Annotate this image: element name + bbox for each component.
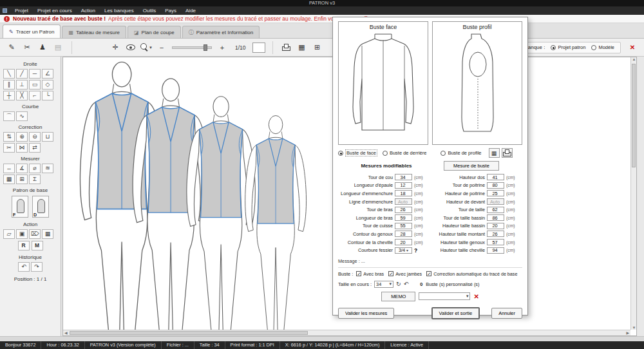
curve-length-tool-icon[interactable]: ≋ (42, 164, 53, 173)
vertical-scrollbar[interactable]: ▲ ▼ (630, 57, 636, 330)
corner-tool-icon[interactable]: ⌐ (29, 91, 41, 100)
sum-tool-icon[interactable]: Σ (29, 174, 41, 184)
m-mode-button[interactable]: M (32, 241, 43, 250)
undo-icon[interactable]: ↶ (18, 262, 30, 272)
menu-aide[interactable]: Aide (181, 6, 200, 15)
diamond-tool-icon[interactable]: ◇ (42, 80, 53, 90)
axis-tool-icon[interactable]: ┼ (3, 91, 15, 100)
line-tool-icon[interactable]: ╲ (3, 69, 15, 79)
annuler-button[interactable]: Annuler (491, 308, 522, 319)
ligne-emmenchure-input[interactable]: Auto (395, 198, 412, 205)
courbure-fessier-input[interactable]: 3/4▾ (395, 247, 412, 254)
longueur-emmenchure-input[interactable]: 18 (395, 190, 412, 196)
menu-les-banques[interactable]: Les banques (100, 6, 138, 15)
zoom-icon[interactable]: ▾ (140, 41, 153, 54)
valider-et-sortie-button[interactable]: Valider et sortie (431, 307, 480, 319)
close-panel-icon[interactable]: ✕ (626, 41, 639, 54)
grid-icon[interactable]: ▦ (296, 41, 308, 54)
tour-taille-input[interactable]: 62 (487, 207, 504, 213)
curve-tool-icon[interactable]: ⌒ (3, 111, 15, 121)
merge-tool-icon[interactable]: ⋈ (16, 143, 28, 153)
cut-segment-tool-icon[interactable]: ✂ (3, 143, 15, 153)
pattern-table-icon[interactable]: ⊞ (311, 41, 324, 54)
page-preview-icon[interactable] (252, 42, 265, 53)
line-horizontal-tool-icon[interactable]: ─ (29, 69, 41, 79)
radio-modele[interactable]: Modèle (591, 44, 614, 50)
longueur-epaule-input[interactable]: 12 (395, 182, 412, 189)
perpendicular-tool-icon[interactable]: ⊥ (16, 80, 28, 90)
menu-projet-en-cours[interactable]: Projet en cours (33, 6, 77, 15)
zoom-dropdown-icon[interactable]: ▾ (149, 45, 152, 50)
hauteur-poitrine-input[interactable]: 25 (487, 190, 504, 196)
tab-tableau-de-mesure[interactable]: ▦ Tableau de mesure (62, 26, 126, 38)
swap-tool-icon[interactable]: ⇄ (29, 143, 41, 153)
mannequin-tool-icon[interactable]: ♟ (36, 41, 49, 54)
draw-tool-icon[interactable]: ✎ (5, 41, 18, 54)
hauteur-devant-input[interactable]: Auto (487, 198, 504, 205)
correction-automatique-checkbox[interactable]: ✓ Correction automatique du tracé de bas… (426, 271, 517, 277)
redo-icon[interactable]: ↷ (31, 262, 43, 272)
pan-icon[interactable]: ✛ (109, 41, 122, 54)
open-folder-icon[interactable]: ▤ (52, 41, 64, 54)
zoom-in-button[interactable]: + (216, 41, 229, 54)
valider-les-mesures-button[interactable]: Valider les mesures (338, 308, 394, 319)
avec-jambes-checkbox[interactable]: ✓ Avec jambes (388, 271, 422, 277)
rectangle-tool-icon[interactable]: ▭ (29, 80, 41, 90)
scroll-up-icon[interactable]: ▲ (631, 57, 637, 61)
horizontal-scroll-thumb[interactable] (70, 331, 308, 335)
distance-tool-icon[interactable]: ↔ (3, 164, 15, 173)
tour-taille-bassin-input[interactable]: 86 (487, 214, 504, 221)
contour-cheville-input[interactable]: 20 (395, 239, 412, 245)
memo-delete-icon[interactable]: ✕ (473, 293, 478, 300)
zoom-slider-thumb[interactable] (204, 44, 207, 51)
erase-tool-icon[interactable]: ⌦ (29, 229, 41, 239)
trim-tool-icon[interactable]: └ (42, 91, 53, 100)
avec-bras-checkbox[interactable]: ✓ Avec bras (356, 271, 384, 277)
refresh-icon[interactable]: ↻ (396, 281, 401, 287)
tab-plan-de-coupe[interactable]: ◪ Plan de coupe (128, 26, 181, 38)
menu-projet[interactable]: Projet (10, 6, 33, 15)
longueur-de-bras-input[interactable]: 59 (395, 214, 412, 221)
tour-poitrine-input[interactable]: 80 (487, 182, 504, 189)
table-measure-tool-icon[interactable]: ⊞ (16, 174, 28, 184)
line-free-tool-icon[interactable]: ╱ (16, 69, 28, 79)
parallel-tool-icon[interactable]: ∥ (3, 80, 15, 90)
memo-select[interactable]: ▾ (419, 292, 470, 300)
layers-tool-icon[interactable]: ▦ (42, 229, 53, 239)
taille-select[interactable]: 34 ▾ (374, 281, 393, 288)
vertical-scroll-thumb[interactable] (632, 64, 636, 167)
join-tool-icon[interactable]: ⊔ (42, 132, 53, 142)
back-pattern-button[interactable]: D (32, 196, 49, 218)
dialog-print-icon[interactable] (502, 148, 513, 158)
r-mode-button[interactable]: R (18, 241, 30, 250)
radio-buste-de-profile[interactable]: Buste de profile (440, 150, 481, 156)
add-point-tool-icon[interactable]: ⊕ (16, 132, 28, 142)
horizontal-scrollbar[interactable]: ◀ ▶ (63, 330, 630, 335)
menu-action[interactable]: Action (77, 6, 100, 15)
tour-de-bras-input[interactable]: 26 (395, 207, 412, 213)
scroll-down-icon[interactable]: ▼ (631, 326, 637, 330)
tab-tracer-un-patron[interactable]: ✎ Tracer un Patron (3, 24, 61, 38)
zoom-out-button[interactable]: − (155, 41, 168, 54)
select-all-tool-icon[interactable]: ▣ (16, 229, 28, 239)
scroll-right-icon[interactable]: ▶ (626, 330, 629, 336)
memo-button[interactable]: MEMO (381, 292, 415, 301)
copy-tool-icon[interactable]: ▱ (3, 229, 15, 239)
radio-buste-de-face[interactable]: Buste de face (338, 149, 377, 156)
hauteur-taille-montant-input[interactable]: 26 (487, 231, 504, 237)
eye-icon[interactable] (124, 41, 137, 54)
wave-curve-tool-icon[interactable]: ∿ (16, 111, 28, 121)
cut-tool-icon[interactable]: ✂ (21, 41, 33, 54)
delete-point-tool-icon[interactable]: ⊖ (29, 132, 41, 142)
menu-outils[interactable]: Outils (138, 6, 160, 15)
mesure-de-buste-button[interactable]: Mesure de buste (444, 161, 499, 171)
front-pattern-button[interactable]: F (12, 196, 28, 218)
radio-projet-patron[interactable]: Projet patron (551, 44, 585, 50)
angle-measure-tool-icon[interactable]: ∡ (16, 164, 28, 173)
hauteur-dos-input[interactable]: 41 (487, 174, 504, 180)
grid-measure-tool-icon[interactable]: ▦ (3, 174, 15, 184)
hauteur-taille-genoux-input[interactable]: 57 (487, 239, 504, 245)
revert-icon[interactable]: ↶ (404, 281, 409, 287)
hauteur-taille-cheville-input[interactable]: 94 (487, 247, 504, 254)
angle-tool-icon[interactable]: ∠ (42, 69, 53, 79)
